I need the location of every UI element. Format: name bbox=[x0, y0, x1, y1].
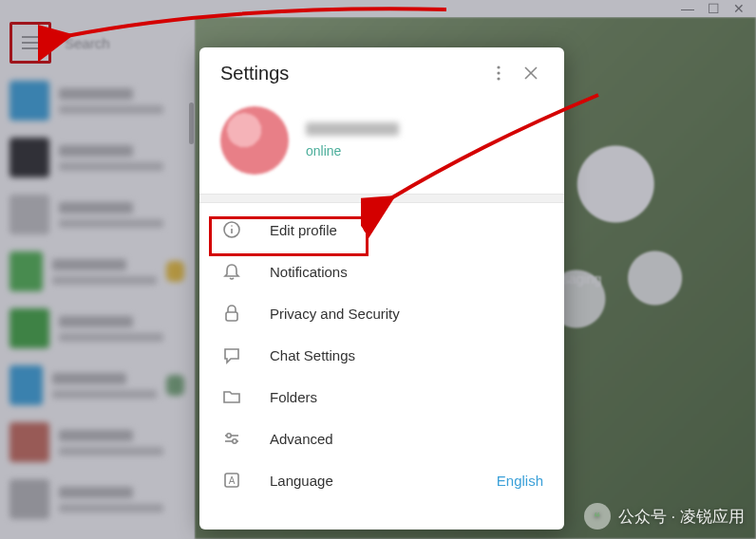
settings-title: Settings bbox=[220, 63, 482, 84]
sliders-icon bbox=[220, 429, 243, 448]
info-icon bbox=[220, 220, 243, 239]
menu-label: Notifications bbox=[270, 264, 543, 280]
menu-privacy[interactable]: Privacy and Security bbox=[199, 292, 564, 334]
svg-point-10 bbox=[231, 225, 233, 227]
language-icon: A bbox=[220, 471, 243, 490]
svg-text:A: A bbox=[229, 475, 236, 486]
menu-value: English bbox=[497, 473, 543, 489]
menu-folders[interactable]: Folders bbox=[199, 376, 564, 418]
lock-icon bbox=[220, 304, 243, 323]
folder-icon bbox=[220, 387, 243, 406]
settings-menu: Edit profile Notifications Privacy and S… bbox=[199, 203, 564, 507]
menu-chat-settings[interactable]: Chat Settings bbox=[199, 334, 564, 376]
chat-icon bbox=[220, 345, 243, 364]
svg-point-3 bbox=[497, 65, 500, 68]
menu-advanced[interactable]: Advanced bbox=[199, 418, 564, 459]
menu-label: Chat Settings bbox=[270, 347, 543, 363]
menu-edit-profile[interactable]: Edit profile bbox=[199, 209, 564, 251]
watermark-text: 公众号 · 凌锐应用 bbox=[618, 506, 745, 528]
close-icon[interactable] bbox=[515, 57, 547, 89]
wechat-icon: ❝ bbox=[584, 503, 611, 530]
svg-rect-11 bbox=[226, 312, 237, 321]
svg-point-15 bbox=[233, 439, 236, 443]
svg-point-13 bbox=[227, 434, 231, 437]
avatar[interactable] bbox=[220, 106, 289, 175]
bell-icon bbox=[220, 262, 243, 281]
menu-label: Edit profile bbox=[270, 222, 543, 238]
settings-panel: Settings online Edit profile Notificatio… bbox=[199, 47, 564, 530]
menu-label: Privacy and Security bbox=[270, 306, 543, 322]
svg-point-5 bbox=[497, 77, 500, 80]
menu-label: Language bbox=[270, 473, 470, 489]
menu-language[interactable]: A Language English bbox=[199, 459, 564, 501]
more-icon[interactable] bbox=[482, 57, 515, 89]
menu-label: Advanced bbox=[270, 431, 543, 447]
svg-point-4 bbox=[497, 71, 500, 74]
menu-notifications[interactable]: Notifications bbox=[199, 251, 564, 292]
profile-status: online bbox=[306, 143, 399, 158]
menu-label: Folders bbox=[270, 389, 543, 405]
watermark: ❝ 公众号 · 凌锐应用 bbox=[584, 503, 745, 530]
separator bbox=[199, 194, 564, 203]
profile-section: online bbox=[199, 99, 564, 194]
profile-name bbox=[306, 122, 399, 136]
